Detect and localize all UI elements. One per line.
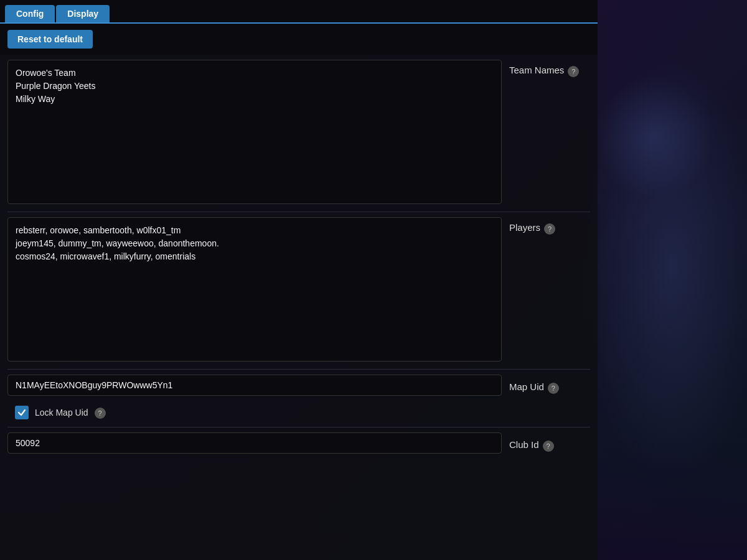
reset-to-default-button[interactable]: Reset to default	[7, 30, 93, 49]
players-row: Players ?	[7, 217, 590, 364]
club-id-input[interactable]	[7, 432, 502, 454]
divider-2	[7, 369, 590, 370]
map-uid-input[interactable]	[7, 375, 502, 396]
club-id-help-icon[interactable]: ?	[543, 441, 554, 452]
lock-map-uid-help-icon[interactable]: ?	[95, 408, 106, 419]
club-id-field-area	[7, 432, 502, 454]
divider-3	[7, 427, 590, 427]
map-uid-label-area: Map Uid ?	[509, 376, 590, 394]
tab-config[interactable]: Config	[5, 5, 55, 22]
team-names-input[interactable]	[7, 60, 502, 204]
tab-bar: Config Display	[0, 0, 598, 24]
team-names-field-area	[7, 60, 502, 207]
main-panel: Config Display Reset to default Team Nam…	[0, 0, 598, 560]
players-input[interactable]	[7, 217, 502, 362]
map-uid-row: Map Uid ?	[7, 375, 590, 396]
team-names-label: Team Names	[509, 65, 564, 75]
checkmark-icon	[17, 408, 26, 417]
divider-1	[7, 212, 590, 212]
lock-map-uid-label: Lock Map Uid	[35, 408, 88, 418]
right-panel	[598, 0, 747, 560]
toolbar: Reset to default	[0, 24, 598, 55]
players-field-area	[7, 217, 502, 364]
club-id-row: Club Id ?	[7, 432, 590, 454]
players-label-area: Players ?	[509, 217, 590, 235]
team-names-row: Team Names ?	[7, 60, 590, 207]
map-uid-field-area	[7, 375, 502, 396]
map-uid-help-icon[interactable]: ?	[548, 383, 559, 394]
club-id-label: Club Id	[509, 439, 539, 450]
lock-map-uid-row: Lock Map Uid ?	[7, 401, 590, 424]
players-help-icon[interactable]: ?	[544, 223, 555, 235]
tab-display[interactable]: Display	[56, 5, 110, 22]
players-label: Players	[509, 222, 540, 233]
team-names-label-area: Team Names ?	[509, 60, 590, 77]
club-id-label-area: Club Id ?	[509, 434, 590, 452]
team-names-help-icon[interactable]: ?	[568, 66, 579, 77]
map-uid-label: Map Uid	[509, 381, 544, 392]
lock-map-uid-checkbox[interactable]	[15, 406, 29, 419]
content-area: Team Names ? Players ? Map Uid ?	[0, 55, 598, 464]
